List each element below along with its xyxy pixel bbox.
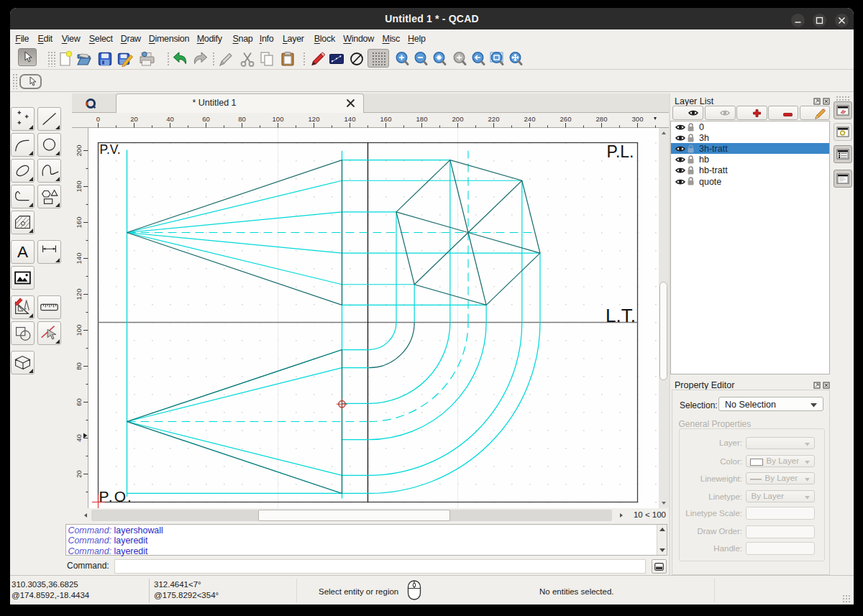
- svg-text:180: 180: [416, 115, 428, 123]
- svg-text:60: 60: [202, 115, 210, 123]
- svg-text:40: 40: [166, 115, 174, 123]
- svg-text:20: 20: [130, 115, 138, 123]
- svg-text:120: 120: [75, 289, 83, 300]
- svg-text:100: 100: [75, 325, 83, 336]
- svg-text:180: 180: [75, 181, 83, 193]
- svg-text:P.L.: P.L.: [607, 142, 634, 161]
- svg-text:80: 80: [238, 115, 246, 123]
- svg-text:160: 160: [75, 217, 83, 229]
- svg-text:200: 200: [452, 115, 464, 123]
- svg-text:A: A: [17, 243, 28, 261]
- svg-text:80: 80: [75, 362, 83, 370]
- svg-text:240: 240: [524, 115, 536, 123]
- svg-text:300: 300: [632, 115, 644, 123]
- svg-text:40: 40: [75, 434, 83, 442]
- svg-text:120: 120: [309, 115, 320, 123]
- svg-text:60: 60: [75, 398, 83, 406]
- svg-text:0: 0: [96, 115, 100, 123]
- svg-text:20: 20: [75, 470, 83, 478]
- svg-text:100: 100: [273, 115, 284, 123]
- svg-text:160: 160: [380, 115, 392, 123]
- svg-text:L.T.: L.T.: [606, 305, 636, 326]
- svg-text:140: 140: [344, 115, 356, 123]
- svg-text:220: 220: [488, 115, 500, 123]
- svg-text:280: 280: [596, 115, 608, 123]
- svg-text:140: 140: [75, 253, 83, 265]
- svg-text:260: 260: [560, 115, 572, 123]
- svg-text:200: 200: [75, 145, 83, 157]
- svg-text:P.O.: P.O.: [99, 488, 133, 505]
- svg-text:P.V.: P.V.: [100, 142, 121, 157]
